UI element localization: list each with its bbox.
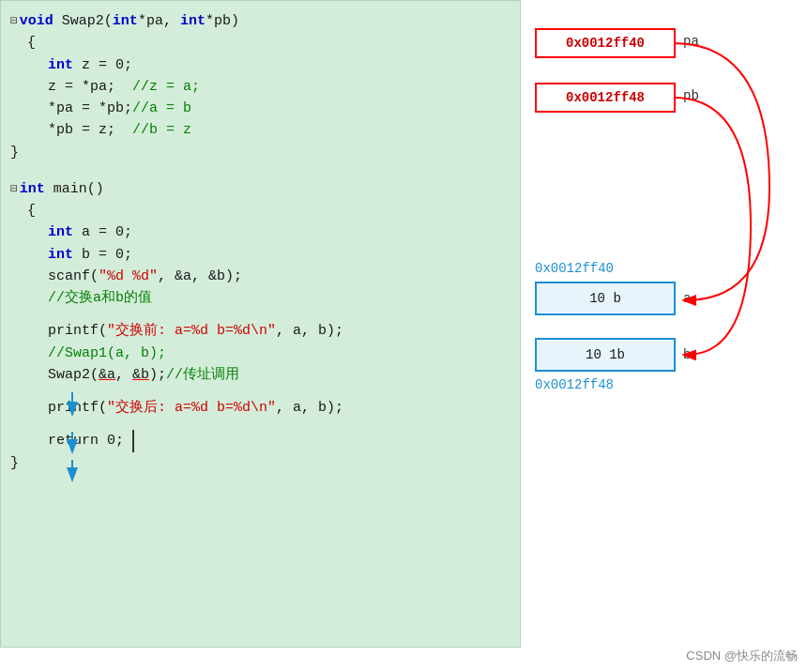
fold-icon-swap2[interactable]: ⊟ <box>10 12 18 31</box>
code-line-swap2-intz: int z = 0; <box>10 54 510 76</box>
b-value-box: 10 1b <box>535 338 676 372</box>
pa-address-value: 0x0012ff40 <box>566 36 645 51</box>
code-line-swap2-close: } <box>10 142 510 163</box>
code-line-main-return: return 0; <box>10 430 510 451</box>
diagram-panel: 0x0012ff40 pa 0x0012ff48 pb 0x0012ff40 1… <box>525 0 807 648</box>
code-line-swap2-sig: ⊟void Swap2(int*pa, int*pb) <box>10 10 510 32</box>
addr-a-label: 0x0012ff40 <box>535 261 614 276</box>
code-line-main-intb: int b = 0; <box>10 244 510 266</box>
code-panel: ⊟void Swap2(int*pa, int*pb) { int z = 0;… <box>0 0 521 648</box>
pb-label: pb <box>683 88 699 103</box>
a-label: a <box>683 291 691 306</box>
a-value-box: 10 b <box>535 282 676 315</box>
code-line-main-close: } <box>10 452 510 474</box>
pa-address-box: 0x0012ff40 <box>535 28 676 58</box>
code-line-main-swap2call: Swap2(&a, &b);//传址调用 <box>10 364 510 386</box>
code-line-swap2-open: { <box>10 32 510 53</box>
code-line-main-scanf: scanf("%d %d", &a, &b); <box>10 266 510 287</box>
code-line-main-comment1: //交换a和b的值 <box>10 287 510 309</box>
code-line-main-sig: ⊟int main() <box>10 178 510 200</box>
code-line-swap2-pb: *pb = z; //b = z <box>10 119 510 141</box>
code-line-main-printf1: printf("交换前: a=%d b=%d\n", a, b); <box>10 320 510 342</box>
watermark: CSDN @快乐的流畅 <box>686 648 798 664</box>
a-value: 10 b <box>589 291 621 306</box>
code-line-main-swap1: //Swap1(a, b); <box>10 343 510 364</box>
pb-address-value: 0x0012ff48 <box>566 90 645 105</box>
code-line-main-inta: int a = 0; <box>10 221 510 243</box>
pb-address-box: 0x0012ff48 <box>535 83 676 113</box>
fold-icon-main[interactable]: ⊟ <box>10 180 18 199</box>
b-label: b <box>683 347 691 362</box>
pa-label: pa <box>683 34 699 49</box>
code-line-main-printf2: printf("交换后: a=%d b=%d\n", a, b); <box>10 397 510 419</box>
code-line-main-open: { <box>10 200 510 221</box>
addr-b-label: 0x0012ff48 <box>535 377 614 392</box>
code-line-swap2-pa: *pa = *pb;//a = b <box>10 98 510 119</box>
b-value: 10 1b <box>586 347 625 362</box>
code-line-swap2-z: z = *pa; //z = a; <box>10 76 510 98</box>
